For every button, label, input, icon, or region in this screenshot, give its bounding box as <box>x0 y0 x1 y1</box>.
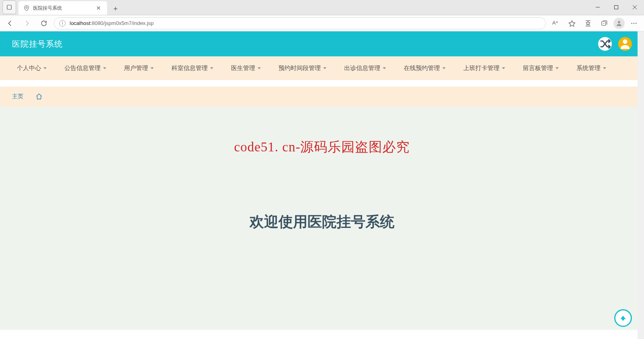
url-text: localhost:8080/jspm0x5m7/index.jsp <box>70 20 154 26</box>
svg-rect-3 <box>615 6 618 9</box>
nav-attendance-mgmt[interactable]: 上班打卡管理 <box>454 60 514 77</box>
tab-actions-button[interactable] <box>2 0 16 14</box>
tab-favicon-icon <box>23 5 30 11</box>
nav-appointment-time-mgmt[interactable]: 预约时间段管理 <box>270 60 335 77</box>
browser-tab-bar: 医院挂号系统 ✕ + <box>0 0 644 15</box>
window-close-button[interactable] <box>625 0 644 15</box>
svg-point-13 <box>618 21 620 23</box>
refresh-button[interactable] <box>37 17 51 30</box>
breadcrumb: 主页 <box>0 87 644 107</box>
window-minimize-button[interactable] <box>588 0 607 15</box>
forward-button[interactable] <box>20 17 34 30</box>
close-tab-button[interactable]: ✕ <box>95 4 102 12</box>
tab-title: 医院挂号系统 <box>33 5 62 12</box>
chevron-down-icon <box>383 67 386 69</box>
chevron-down-icon <box>323 67 326 69</box>
svg-point-17 <box>623 39 627 44</box>
app-title: 医院挂号系统 <box>12 39 63 50</box>
chevron-down-icon <box>442 67 446 69</box>
site-info-icon[interactable]: i <box>59 20 66 27</box>
home-icon[interactable] <box>35 93 43 100</box>
chevron-down-icon <box>603 67 606 69</box>
browser-address-bar: i localhost:8080/jspm0x5m7/index.jsp Aᵃ <box>0 15 644 31</box>
watermark-text: code51. cn-源码乐园盗图必究 <box>234 138 410 156</box>
svg-point-14 <box>632 23 632 23</box>
back-button[interactable] <box>3 17 17 30</box>
shuffle-button[interactable] <box>598 37 612 51</box>
star-icon[interactable] <box>565 17 579 30</box>
chevron-down-icon <box>151 67 154 69</box>
chevron-down-icon <box>258 67 261 69</box>
user-button[interactable] <box>618 37 632 51</box>
nav-personal-center[interactable]: 个人中心 <box>8 60 56 77</box>
window-maximize-button[interactable] <box>607 0 625 15</box>
text-size-button[interactable]: Aᵃ <box>549 17 563 30</box>
vertical-scrollbar[interactable] <box>638 31 644 339</box>
chevron-down-icon <box>210 67 213 69</box>
nav-announcement-mgmt[interactable]: 公告信息管理 <box>56 60 115 77</box>
collections-button[interactable] <box>597 17 611 30</box>
nav-doctor-mgmt[interactable]: 医生管理 <box>222 60 270 77</box>
chevron-down-icon <box>103 67 106 69</box>
scroll-top-button[interactable] <box>614 309 632 327</box>
app-body: code51. cn-源码乐园盗图必究 欢迎使用医院挂号系统 <box>0 107 644 330</box>
nav-department-mgmt[interactable]: 科室信息管理 <box>163 60 222 77</box>
url-input[interactable]: i localhost:8080/jspm0x5m7/index.jsp <box>54 17 546 29</box>
nav-online-appointment-mgmt[interactable]: 在线预约管理 <box>395 60 454 77</box>
browser-tab[interactable]: 医院挂号系统 ✕ <box>19 1 107 15</box>
more-button[interactable] <box>627 17 641 30</box>
nav-message-board-mgmt[interactable]: 留言板管理 <box>514 60 568 77</box>
svg-point-16 <box>636 23 636 23</box>
favorites-button[interactable] <box>581 17 595 30</box>
nav-system-mgmt[interactable]: 系统管理 <box>568 60 615 77</box>
breadcrumb-home-link[interactable]: 主页 <box>12 93 23 100</box>
svg-rect-0 <box>7 5 12 10</box>
chevron-down-icon <box>555 67 559 69</box>
chevron-down-icon <box>502 67 505 69</box>
app-header: 医院挂号系统 <box>0 31 644 56</box>
svg-marker-7 <box>586 21 590 25</box>
svg-point-1 <box>26 7 27 8</box>
svg-marker-6 <box>569 21 575 26</box>
new-tab-button[interactable]: + <box>109 3 122 15</box>
profile-button[interactable] <box>613 18 625 29</box>
nav-menu: 个人中心 公告信息管理 用户管理 科室信息管理 医生管理 预约时间段管理 出诊信… <box>0 56 644 80</box>
svg-point-15 <box>634 23 634 23</box>
chevron-down-icon <box>43 67 47 69</box>
nav-outpatient-mgmt[interactable]: 出诊信息管理 <box>335 60 395 77</box>
welcome-heading: 欢迎使用医院挂号系统 <box>250 212 394 232</box>
nav-user-mgmt[interactable]: 用户管理 <box>115 60 163 77</box>
